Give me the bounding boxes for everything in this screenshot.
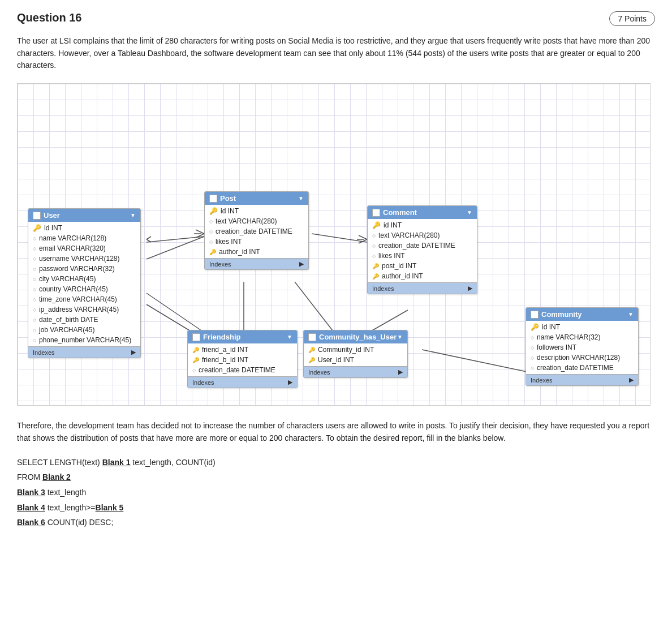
pk-icon: 🔑	[372, 221, 381, 229]
user-field-username: ◇ username VARCHAR(128)	[28, 253, 140, 264]
sql-line1: SELECT LENGTH(text) Blank 1 text_length,…	[17, 455, 655, 470]
community-table: Community ▼ 🔑 id INT ◇ name VARCHAR(32) …	[525, 307, 639, 386]
user-table-body: 🔑 id INT ◇ name VARCHAR(128) ◇ email VAR…	[28, 222, 140, 346]
reg-icon: ◇	[372, 243, 376, 248]
post-field-text: ◇ text VARCHAR(280)	[205, 216, 308, 226]
comment-table: Comment ▼ 🔑 id INT ◇ text VARCHAR(280) ◇…	[367, 205, 477, 294]
reg-icon: ◇	[33, 317, 36, 323]
community-field-description: ◇ description VARCHAR(128)	[526, 353, 638, 363]
user-field-name: ◇ name VARCHAR(128)	[28, 233, 140, 243]
user-table-arrow: ▼	[130, 212, 136, 218]
reg-icon: ◇	[209, 239, 213, 244]
post-table: Post ▼ 🔑 id INT ◇ text VARCHAR(280) ◇ cr…	[204, 191, 309, 270]
reg-icon: ◇	[33, 246, 36, 251]
community-table-name: Community	[541, 310, 582, 319]
post-field-id: 🔑 id INT	[205, 206, 308, 216]
community-field-creation: ◇ creation_date DATETIME	[526, 363, 638, 373]
friendship-indexes: Indexes ▶	[188, 376, 297, 388]
reg-icon: ◇	[192, 368, 196, 373]
blank1-label: Blank 1	[102, 458, 131, 467]
chu-field-user: 🔑 User_id INT	[304, 355, 407, 365]
friendship-table-name: Friendship	[203, 333, 240, 341]
reg-icon: ◇	[531, 366, 534, 371]
user-table: User ▼ 🔑 id INT ◇ name VARCHAR(128) ◇ em…	[28, 208, 141, 358]
comment-field-text: ◇ text VARCHAR(280)	[368, 230, 477, 240]
reg-icon: ◇	[209, 219, 213, 224]
comment-field-id: 🔑 id INT	[368, 220, 477, 230]
friendship-table: Friendship ▼ 🔑 friend_a_id INT 🔑 friend_…	[187, 330, 298, 388]
comment-table-arrow: ▼	[467, 209, 472, 216]
sql-line3: Blank 3 text_length	[17, 485, 655, 500]
user-field-phone: ◇ phone_number VARCHAR(45)	[28, 335, 140, 345]
user-field-timezone: ◇ time_zone VARCHAR(45)	[28, 294, 140, 304]
chu-table-arrow: ▼	[397, 334, 403, 340]
sql-section: SELECT LENGTH(text) Blank 1 text_length,…	[17, 455, 655, 530]
comment-field-creation: ◇ creation_date DATETIME	[368, 240, 477, 251]
blank6-label: Blank 6	[17, 518, 45, 527]
fk-icon: 🔑	[192, 357, 199, 363]
chu-table-icon	[308, 333, 316, 341]
chu-field-community: 🔑 Community_id INT	[304, 345, 407, 355]
post-indexes: Indexes ▶	[205, 258, 308, 269]
user-field-dob: ◇ date_of_birth DATE	[28, 315, 140, 325]
user-table-icon	[33, 212, 41, 220]
comment-table-icon	[372, 209, 380, 217]
community-has-user-table: Community_has_User ▼ 🔑 Community_id INT …	[303, 330, 408, 378]
chu-table-body: 🔑 Community_id INT 🔑 User_id INT	[304, 343, 407, 366]
comment-field-post: 🔑 post_id INT	[368, 261, 477, 271]
fk-icon: 🔑	[372, 263, 379, 269]
blank4-label: Blank 4	[17, 503, 45, 512]
blank3-label: Blank 3	[17, 488, 45, 497]
sql-group-text: text_length	[45, 488, 86, 497]
reg-icon: ◇	[33, 267, 36, 272]
reg-icon: ◇	[209, 229, 213, 234]
user-field-city: ◇ city VARCHAR(45)	[28, 274, 140, 284]
friendship-field-b: 🔑 friend_b_id INT	[188, 355, 297, 365]
reg-icon: ◇	[33, 328, 36, 333]
reg-icon: ◇	[531, 355, 534, 360]
pk-icon: 🔑	[33, 224, 41, 232]
blank2-label: Blank 2	[42, 472, 71, 482]
user-field-ip: ◇ ip_address VARCHAR(45)	[28, 304, 140, 315]
post-field-creation: ◇ creation_date DATETIME	[205, 226, 308, 237]
sql-select-text: SELECT LENGTH(text)	[17, 458, 102, 467]
post-table-name: Post	[220, 194, 236, 203]
friendship-table-icon	[192, 333, 200, 341]
user-table-name: User	[44, 211, 60, 220]
reg-icon: ◇	[33, 297, 36, 302]
community-field-followers: ◇ followers INT	[526, 342, 638, 353]
post-table-arrow: ▼	[298, 195, 304, 201]
user-field-country: ◇ country VARCHAR(45)	[28, 284, 140, 294]
user-indexes: Indexes ▶	[28, 346, 140, 358]
fk-icon: 🔑	[372, 273, 379, 280]
sql-select-text2: text_length, COUNT(id)	[130, 458, 215, 467]
community-field-name: ◇ name VARCHAR(32)	[526, 332, 638, 342]
question-title: Question 16	[17, 11, 81, 24]
post-table-body: 🔑 id INT ◇ text VARCHAR(280) ◇ creation_…	[205, 205, 308, 258]
post-field-likes: ◇ likes INT	[205, 237, 308, 247]
user-field-email: ◇ email VARCHAR(320)	[28, 243, 140, 253]
blank5-label: Blank 5	[96, 503, 124, 512]
sql-line5: Blank 6 COUNT(id) DESC;	[17, 515, 655, 530]
user-field-id: 🔑 id INT	[28, 223, 140, 233]
comment-indexes: Indexes ▶	[368, 282, 477, 294]
user-field-password: ◇ password VARCHAR(32)	[28, 264, 140, 274]
pk-icon: 🔑	[531, 323, 539, 331]
community-indexes: Indexes ▶	[526, 374, 638, 385]
reg-icon: ◇	[33, 307, 36, 312]
fk-icon: 🔑	[308, 347, 315, 353]
community-table-body: 🔑 id INT ◇ name VARCHAR(32) ◇ followers …	[526, 321, 638, 374]
er-diagram: User ▼ 🔑 id INT ◇ name VARCHAR(128) ◇ em…	[17, 83, 651, 406]
friendship-field-a: 🔑 friend_a_id INT	[188, 345, 297, 355]
fk-icon: 🔑	[209, 249, 216, 255]
reg-icon: ◇	[33, 236, 36, 241]
reg-icon: ◇	[372, 253, 376, 259]
user-field-job: ◇ job VARCHAR(45)	[28, 325, 140, 335]
bottom-description: Therefore, the development team has deci…	[17, 419, 655, 445]
sql-line2: FROM Blank 2	[17, 470, 655, 485]
friendship-field-creation: ◇ creation_date DATETIME	[188, 365, 297, 375]
description-text: The user at LSI complains that the limit…	[17, 35, 655, 72]
sql-from-text: FROM	[17, 472, 42, 482]
sql-order-text: COUNT(id) DESC;	[45, 518, 114, 527]
comment-field-author: 🔑 author_id INT	[368, 271, 477, 281]
